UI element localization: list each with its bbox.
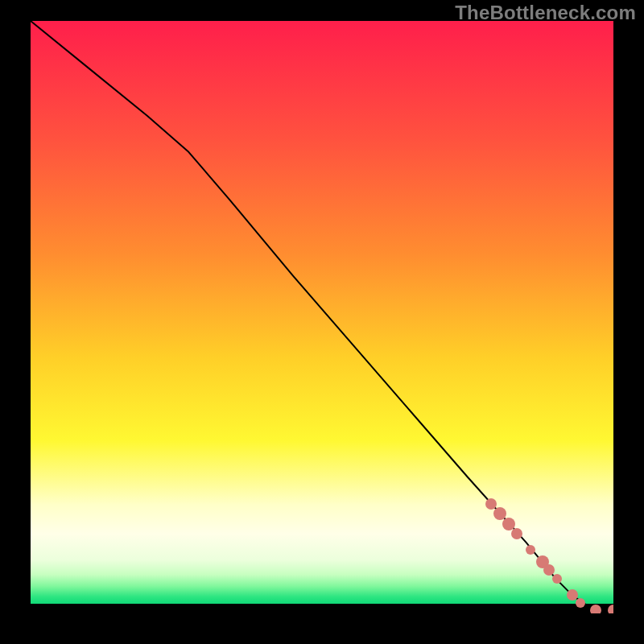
data-marker	[590, 605, 601, 613]
data-marker	[511, 528, 522, 539]
curve-layer	[31, 21, 613, 613]
chart-stage: TheBottleneck.com	[0, 0, 644, 644]
data-marker	[526, 545, 535, 555]
data-marker	[608, 605, 613, 613]
data-marker	[485, 498, 497, 510]
data-marker	[552, 574, 562, 584]
data-marker	[543, 564, 555, 576]
data-marker	[576, 598, 585, 608]
curve-path	[31, 21, 613, 610]
plot-area	[31, 21, 613, 613]
